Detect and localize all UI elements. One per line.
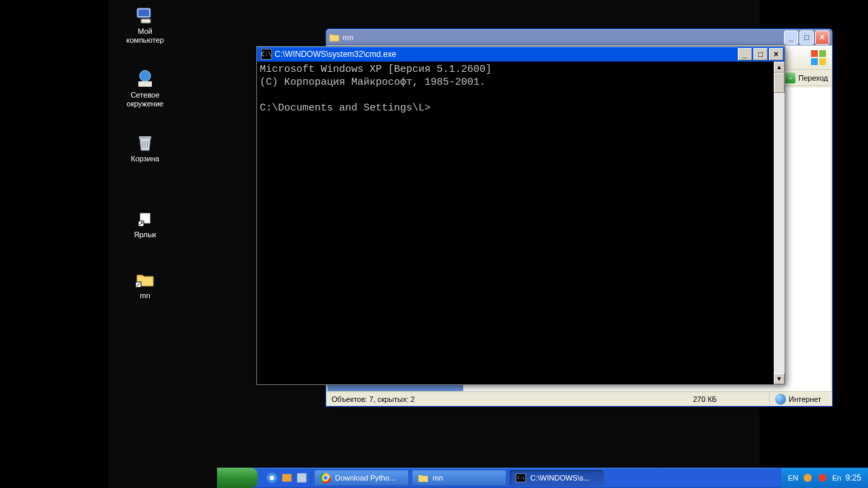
taskbar-clock[interactable]: 9:25 [846,473,861,483]
tray-icon[interactable] [802,472,813,483]
cmd-terminal[interactable]: Microsoft Windows XP [Версия 5.1.2600] (… [257,62,774,384]
quick-launch [263,472,311,484]
folder-icon [134,268,156,290]
maximize-button[interactable]: □ [753,48,768,60]
svg-rect-14 [819,58,826,65]
desktop-icon-network[interactable]: Сетевоеокружение [119,68,171,108]
status-objects: Объектов: 7, скрытых: 2 [332,395,415,403]
cmd-icon: C:\ [515,472,526,483]
svg-rect-13 [811,58,818,65]
taskbar-item-explorer[interactable]: mn [412,470,507,486]
desktop-icon-my-computer[interactable]: Мойкомпьютер [119,4,171,45]
svg-rect-12 [819,50,826,57]
taskbar-item-cmd[interactable]: C:\ C:\WINDOWS\s... [509,470,604,486]
explorer-status-bar: Объектов: 7, скрытых: 2 270 КБ Интернет [326,391,832,406]
task-label: Download Pytho... [335,474,395,482]
cmd-scrollbar[interactable]: ▲ ▼ [774,62,785,384]
scroll-up-button[interactable]: ▲ [774,62,785,73]
close-button[interactable]: × [769,48,783,60]
language-indicator-2[interactable]: En [832,474,841,482]
system-tray: EN En 9:25 [781,468,868,488]
cmd-prompt: C:\Documents and Settings\L> [260,102,431,114]
scroll-track[interactable] [774,73,785,373]
minimize-button[interactable]: _ [738,48,752,60]
go-button[interactable]: → Переход [785,73,828,83]
desktop-icon-mn-folder[interactable]: mn [119,268,171,300]
close-button[interactable]: × [815,30,829,45]
quicklaunch-item[interactable] [266,472,278,484]
scroll-thumb[interactable] [774,73,785,93]
desktop-icon-recycle-bin[interactable]: Корзина [119,131,171,163]
folder-icon [329,32,340,43]
explorer-titlebar[interactable]: mn _ □ × [326,29,832,45]
minimize-button[interactable]: _ [784,30,798,45]
taskbar: Download Pytho... mn C:\ C:\WINDOWS\s...… [217,468,868,488]
windows-logo-icon [809,48,828,67]
svg-point-16 [270,476,275,481]
window-title: C:\WINDOWS\system32\cmd.exe [275,49,396,59]
window-title: mn [342,33,354,41]
start-button[interactable] [217,468,258,488]
chrome-icon [320,472,331,483]
go-label: Переход [798,74,828,82]
icon-label: Сетевоеокружение [119,91,171,108]
taskbar-item-chrome[interactable]: Download Pytho... [314,470,409,486]
svg-rect-6 [145,81,152,87]
go-arrow-icon: → [785,73,795,83]
svg-rect-5 [138,81,145,87]
quicklaunch-item[interactable] [296,472,308,484]
task-label: mn [433,474,443,482]
svg-text:C:\: C:\ [517,475,525,480]
cmd-icon: C:\ [261,49,272,60]
language-indicator[interactable]: EN [788,474,798,482]
icon-label: Ярлык [119,230,171,239]
svg-rect-1 [138,9,149,16]
desktop: Мойкомпьютер Сетевоеокружение Корзина Яр… [108,0,760,488]
status-zone-label: Интернет [789,395,821,403]
shortcut-icon [134,207,156,229]
network-icon [134,68,156,89]
svg-rect-2 [141,19,151,23]
desktop-icon-shortcut[interactable]: Ярлык [119,207,171,239]
folder-icon [418,472,429,483]
icon-label: Корзина [119,155,171,163]
scroll-down-button[interactable]: ▼ [774,373,785,384]
cmd-line: (С) Корпорация Майкрософт, 1985-2001. [260,77,486,88]
status-size: 270 КБ [693,395,717,403]
svg-point-26 [804,474,812,482]
quicklaunch-item[interactable] [281,472,293,484]
svg-rect-11 [811,50,818,57]
svg-rect-7 [139,136,151,139]
recycle-bin-icon [134,131,156,153]
svg-rect-17 [282,474,292,481]
globe-icon [775,394,786,405]
cmd-line: Microsoft Windows XP [Версия 5.1.2600] [260,64,492,75]
cmd-titlebar[interactable]: C:\ C:\WINDOWS\system32\cmd.exe _ □ × [257,47,785,62]
icon-label: Мойкомпьютер [119,27,171,45]
cmd-window[interactable]: C:\ C:\WINDOWS\system32\cmd.exe _ □ × Mi… [256,46,785,385]
maximize-button[interactable]: □ [800,30,814,45]
svg-point-27 [818,474,827,482]
computer-icon [134,4,156,26]
icon-label: mn [119,291,171,300]
task-label: C:\WINDOWS\s... [530,474,589,482]
svg-rect-18 [297,473,307,483]
tray-icon[interactable] [817,472,828,483]
